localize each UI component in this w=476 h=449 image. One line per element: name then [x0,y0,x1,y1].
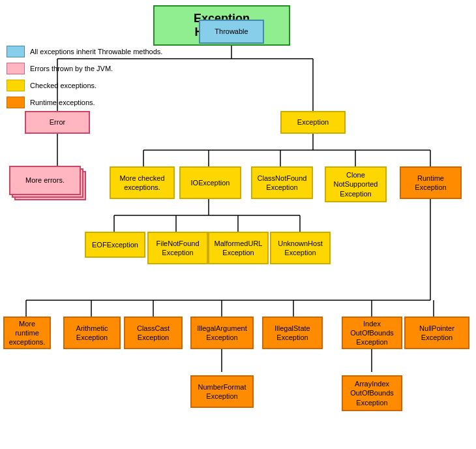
node-indexoutofbounds: Index OutOfBounds Exception [342,317,402,349]
node-numberformat: NumberFormat Exception [190,375,254,408]
node-arithmetic: Arithmetic Exception [63,317,121,349]
legend-item-orange: Runtime exceptions. [7,97,162,108]
legend-item-yellow: Checked exceptions. [7,80,162,91]
node-error: Error [25,111,90,134]
legend-label-cyan: All exceptions inherit Throwable methods… [30,48,162,55]
node-more-errors: More errors. [9,166,81,195]
node-eofexception: EOFException [85,232,145,258]
node-exception: Exception [280,111,346,134]
node-illegalstate: IllegalState Exception [262,317,323,349]
legend: All exceptions inherit Throwable methods… [7,46,162,108]
node-illegalargument: IllegalArgument Exception [190,317,254,349]
node-more-runtime: More runtime exceptions. [3,317,51,349]
node-throwable: Throwable [199,20,264,44]
legend-item-pink: Errors thrown by the JVM. [7,63,162,74]
legend-color-yellow [7,80,25,91]
diagram-area: Exception Hierarchy All exceptions inher… [0,0,476,449]
node-malformedurl: MalformedURL Exception [208,232,269,264]
node-ioexception: IOException [179,166,241,199]
node-runtimeexception: Runtime Exception [400,166,462,199]
node-unknownhost: UnknownHost Exception [270,232,331,264]
legend-color-orange [7,97,25,108]
node-nullpointer: NullPointer Exception [404,317,469,349]
node-clonenotsupported: Clone NotSupported Exception [325,166,387,202]
legend-label-pink: Errors thrown by the JVM. [30,65,113,72]
node-filenotfound: FileNotFound Exception [147,232,208,264]
node-classcast: ClassCast Exception [124,317,183,349]
legend-color-pink [7,63,25,74]
legend-item-cyan: All exceptions inherit Throwable methods… [7,46,162,57]
node-more-checked: More checked exceptions. [110,166,175,199]
legend-label-yellow: Checked exceptions. [30,82,97,89]
node-classnotfound: ClassNotFound Exception [251,166,313,199]
node-arrayindexoutofbounds: ArrayIndex OutOfBounds Exception [342,375,402,411]
legend-color-cyan [7,46,25,57]
legend-label-orange: Runtime exceptions. [30,99,95,106]
